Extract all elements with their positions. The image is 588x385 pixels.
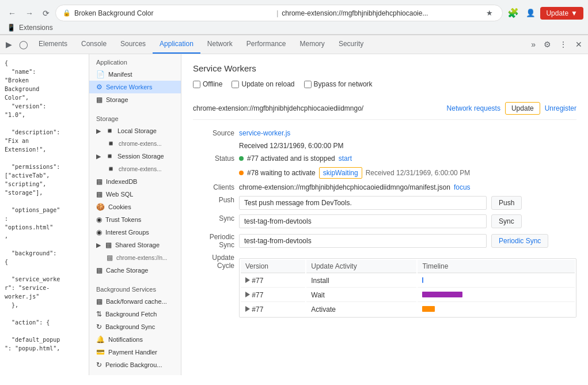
payment-handler-label: Payment Handler [108,349,157,356]
more-options-icon[interactable]: ⋮ [556,37,571,51]
activate-bar [422,306,435,312]
status-active-text: #77 activated and is stopped [247,154,335,163]
periodic-sync-row: Periodic Sync [239,231,576,251]
activate-toggle[interactable] [245,306,250,312]
settings-icon[interactable]: ⚙ [540,37,555,51]
shared-sub-icon: ▩ [107,254,113,262]
forward-button[interactable]: → [22,6,37,20]
sidebar-item-shared-sub[interactable]: ▩ chrome-extens://n... [89,251,181,264]
sidebar-item-session-sub[interactable]: ◾ chrome-extens... [89,163,181,175]
sidebar-item-bg-fetch[interactable]: ⇅ Background Fetch [89,308,181,320]
start-link[interactable]: start [339,154,352,163]
storage-icon: ▩ [96,96,103,104]
sidebar-item-local-storage[interactable]: ▶ ◾ Local Storage [89,124,181,137]
bookmark-icon[interactable]: ★ [484,7,495,18]
cache-storage-icon: ▩ [96,266,103,274]
sw-update-button[interactable]: Update [505,102,540,115]
sidebar-item-local-storage-sub[interactable]: ◾ chrome-extens... [89,137,181,150]
sidebar-item-interest-groups[interactable]: ◉ Interest Groups [89,226,181,239]
tree-toggle-shared[interactable]: ▶ [96,241,101,249]
address-bar[interactable]: 🔒 Broken Background Color | chrome-exten… [55,5,503,21]
sw-unregister-button[interactable]: Unregister [545,104,576,112]
extensions-icon[interactable]: 🧩 [505,6,521,20]
tab-console[interactable]: Console [74,35,113,54]
bypass-for-network-label[interactable]: Bypass for network [304,80,373,88]
tab-security[interactable]: Security [332,35,370,54]
clients-label: Clients [193,181,239,194]
reload-button[interactable]: ⟳ [39,6,53,20]
offline-checkbox[interactable] [193,81,200,88]
install-activity: Install [306,274,416,288]
install-bar [422,277,423,283]
status-active-value: #77 activated and is stopped start [239,152,576,165]
skip-waiting-link[interactable]: skipWaiting [319,167,362,179]
periodic-sync-button[interactable]: Periodic Sync [491,234,548,248]
devtools-icon-device[interactable]: ◯ [16,37,32,51]
tab-network[interactable]: Network [200,35,240,54]
interest-groups-label: Interest Groups [105,229,149,236]
tab-sources[interactable]: Sources [113,35,153,54]
tree-toggle-local[interactable]: ▶ [96,127,101,135]
focus-link[interactable]: focus [454,183,471,191]
update-on-reload-checkbox[interactable] [232,81,239,88]
puzzle-icon: 📱 [7,24,16,32]
sidebar-item-periodic-bg[interactable]: ↻ Periodic Backgrou... [89,358,181,371]
push-input[interactable] [239,196,487,210]
source-link[interactable]: service-worker.js [239,129,290,137]
status-active-dot [239,156,244,161]
back-forward-label: Back/forward cache... [106,298,167,305]
sidebar-item-service-workers[interactable]: ⚙ Service Workers [89,81,181,93]
trust-tokens-label: Trust Tokens [105,216,141,223]
application-section-label: Application [89,54,181,68]
sidebar-item-cache-storage[interactable]: ▩ Cache Storage [89,264,181,277]
more-tabs-button[interactable]: » [528,37,539,51]
session-storage-label: Session Storage [117,153,164,160]
json-content: { "name": "Broken Background Color", "ve… [5,59,84,353]
manifest-icon: 📄 [96,70,105,78]
tab-elements[interactable]: Elements [32,35,74,54]
sidebar-item-shared-storage[interactable]: ▶ ▩ Shared Storage [89,239,181,251]
network-requests-link[interactable]: Network requests [447,104,500,112]
sidebar-item-session-storage[interactable]: ▶ ◾ Session Storage [89,150,181,163]
sidebar-item-cookies[interactable]: 🍪 Cookies [89,201,181,213]
offline-checkbox-label[interactable]: Offline [193,80,222,88]
sync-input[interactable] [239,214,487,228]
back-button[interactable]: ← [5,6,20,20]
update-on-reload-label[interactable]: Update on reload [232,80,294,88]
sidebar-item-notifications[interactable]: 🔔 Notifications [89,333,181,346]
install-toggle[interactable] [245,277,250,283]
install-timeline [418,274,575,288]
local-storage-icon: ◾ [105,127,114,135]
sidebar-item-trust-tokens[interactable]: ◉ Trust Tokens [89,213,181,226]
close-devtools-button[interactable]: ✕ [572,37,586,51]
sidebar-item-indexeddb[interactable]: ▩ IndexedDB [89,175,181,188]
sidebar-item-websql[interactable]: ▩ Web SQL [89,188,181,201]
devtools-icon-inspect[interactable]: ▶ [2,37,16,51]
periodic-sync-input[interactable] [239,234,487,248]
bg-fetch-label: Background Fetch [105,311,157,318]
tab-performance[interactable]: Performance [240,35,293,54]
cache-storage-label: Cache Storage [106,267,148,274]
tab-memory[interactable]: Memory [293,35,332,54]
profile-icon[interactable]: 👤 [523,7,538,18]
sync-button[interactable]: Sync [491,214,522,228]
sidebar-item-back-forward[interactable]: ▩ Back/forward cache... [89,295,181,308]
push-button[interactable]: Push [491,196,522,210]
cookies-icon: 🍪 [96,203,105,211]
sync-row: Sync [239,212,576,231]
tab-application[interactable]: Application [153,35,200,54]
sidebar-item-bg-sync[interactable]: ↻ Background Sync [89,320,181,333]
lock-icon: 🔒 [63,9,71,17]
sidebar-item-storage[interactable]: ▩ Storage [89,93,181,106]
sidebar-item-payment-handler[interactable]: 💳 Payment Handler [89,346,181,358]
sidebar-item-manifest[interactable]: 📄 Manifest [89,68,181,81]
session-sub-icon: ◾ [107,165,115,173]
bypass-for-network-checkbox[interactable] [304,81,312,88]
websql-icon: ▩ [96,190,103,198]
update-button[interactable]: Update ▼ [540,7,583,20]
wait-toggle[interactable] [245,292,250,297]
col-activity: Update Activity [306,260,416,273]
address-url: chrome-extension://mgfbhjnibhjdehcphioca… [282,9,480,17]
shared-storage-icon: ▩ [105,241,112,249]
tree-toggle-session[interactable]: ▶ [96,153,101,160]
